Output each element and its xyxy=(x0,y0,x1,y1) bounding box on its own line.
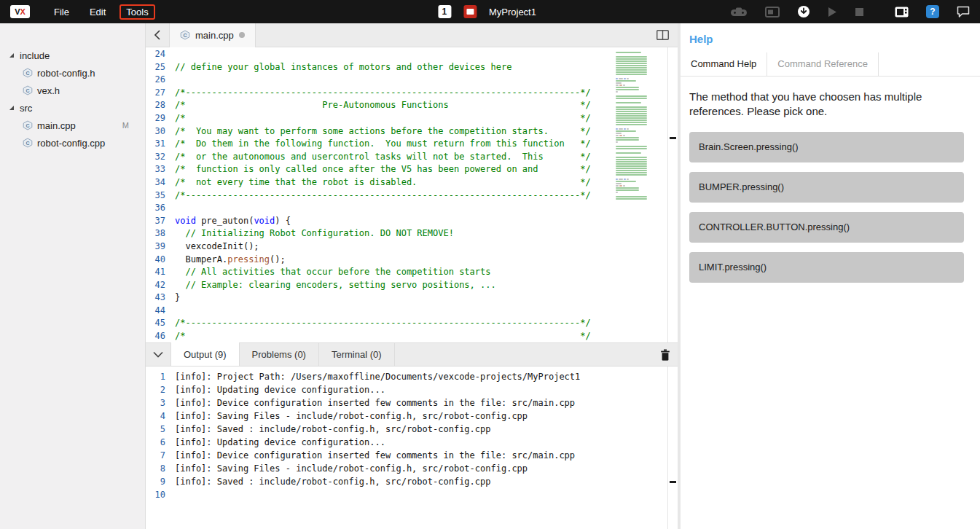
reference-option-limit-pressing-[interactable]: LIMIT.pressing() xyxy=(689,252,964,283)
console-line-number: 9 xyxy=(146,475,172,488)
console-tab-terminal[interactable]: Terminal (0) xyxy=(319,342,395,366)
line-text: /*--------------------------------------… xyxy=(172,87,591,100)
line-text: /* */ xyxy=(172,112,591,125)
console-tab-output[interactable]: Output (9) xyxy=(170,342,240,366)
console-line-text: [info]: Saved : include/robot-config.h, … xyxy=(172,423,490,436)
console-tab-problems[interactable]: Problems (0) xyxy=(240,342,319,366)
folder-src[interactable]: src xyxy=(0,99,145,117)
svg-text:C: C xyxy=(26,88,29,93)
line-text xyxy=(172,48,175,61)
console-line-text: [info]: Updating device configuration... xyxy=(172,436,385,449)
line-text: } xyxy=(172,291,180,305)
console-line-number: 1 xyxy=(146,370,172,383)
code-line[interactable]: 36 xyxy=(146,202,678,215)
line-number: 24 xyxy=(146,48,172,61)
code-editor[interactable]: 2425// define your global instances of m… xyxy=(146,47,678,342)
line-text: // All activities that occur before the … xyxy=(172,266,490,279)
console-line: 2[info]: Updating device configuration..… xyxy=(146,383,678,396)
code-line[interactable]: 44 xyxy=(146,305,678,318)
console-line-number: 3 xyxy=(146,396,172,410)
menu-file[interactable]: File xyxy=(47,4,76,20)
line-text: // define your global instances of motor… xyxy=(172,61,511,74)
back-button[interactable] xyxy=(146,29,169,41)
code-line[interactable]: 41 // All activities that occur before t… xyxy=(146,266,678,279)
code-line[interactable]: 28/* Pre-Autonomous Functions */ xyxy=(146,99,678,112)
reference-option-controller-button-pressing-[interactable]: CONTROLLER.BUTTON.pressing() xyxy=(689,212,964,243)
editor-area: C main.cpp 2425// define your global ins… xyxy=(146,23,678,529)
console-scrollbar-handle[interactable] xyxy=(670,481,676,483)
code-line[interactable]: 40 BumperA.pressing(); xyxy=(146,254,678,267)
tab-label: main.cpp xyxy=(195,30,234,41)
help-icon[interactable]: ? xyxy=(926,5,939,18)
code-line[interactable]: 34/* not every time that the robot is di… xyxy=(146,176,678,189)
console-line: 9[info]: Saved : include/robot-config.h,… xyxy=(146,475,678,488)
code-line[interactable]: 29/* */ xyxy=(146,112,678,125)
code-line[interactable]: 33/* function is only called once after … xyxy=(146,163,678,176)
code-line[interactable]: 31/* Do them in the following function. … xyxy=(146,138,678,151)
code-line[interactable]: 45/*------------------------------------… xyxy=(146,317,678,330)
editor-tab-main-cpp[interactable]: C main.cpp xyxy=(169,23,256,47)
help-tab-command-help[interactable]: Command Help xyxy=(681,52,767,76)
console-line: 5[info]: Saved : include/robot-config.h,… xyxy=(146,423,678,436)
line-number: 29 xyxy=(146,112,172,125)
clear-console-button[interactable] xyxy=(660,349,670,361)
collapse-console-button[interactable] xyxy=(146,351,170,358)
file-label: robot-config.cpp xyxy=(37,138,105,149)
code-line[interactable]: 32/* or the autonomous and usercontrol t… xyxy=(146,151,678,164)
console-line-text: [info]: Saved : include/robot-config.h, … xyxy=(172,475,490,488)
controller-icon[interactable] xyxy=(730,7,748,17)
folder-include[interactable]: include xyxy=(0,47,145,64)
cpp-file-icon: C xyxy=(23,138,33,148)
file-main.cpp[interactable]: Cmain.cppM xyxy=(0,117,145,134)
reference-option-bumper-pressing-[interactable]: BUMPER.pressing() xyxy=(689,172,964,203)
svg-text:C: C xyxy=(183,33,187,38)
console-line-text: [info]: Saving Files - include/robot-con… xyxy=(172,410,528,423)
reference-option-brain-screen-pressing-[interactable]: Brain.Screen.pressing() xyxy=(689,132,964,162)
vexcode-window: V X FileEditTools 1 MyProject1 xyxy=(0,0,980,529)
code-line[interactable]: 38 // Initializing Robot Configuration. … xyxy=(146,227,678,240)
code-line[interactable]: 46/* */ xyxy=(146,330,678,342)
console-output[interactable]: 1[info]: Project Path: /Users/maxoffline… xyxy=(146,367,678,529)
code-line[interactable]: 43} xyxy=(146,291,678,305)
line-number: 38 xyxy=(146,227,172,240)
line-text: BumperA.pressing(); xyxy=(172,254,286,267)
file-robot-config.cpp[interactable]: Crobot-config.cpp xyxy=(0,134,145,152)
file-vex.h[interactable]: Cvex.h xyxy=(0,82,145,99)
code-line[interactable]: 37void pre_auton(void) { xyxy=(146,215,678,228)
editor-scrollbar-handle[interactable] xyxy=(670,137,676,139)
file-robot-config.h[interactable]: Crobot-config.h xyxy=(0,64,145,82)
menu-tools[interactable]: Tools xyxy=(119,4,154,20)
console-line-text: [info]: Device configuration inserted fe… xyxy=(172,396,575,410)
help-panel: Help Command HelpCommand Reference The m… xyxy=(678,23,980,529)
code-line[interactable]: 42 // Example: clearing encoders, settin… xyxy=(146,279,678,292)
code-line[interactable]: 39 vexcodeInit(); xyxy=(146,240,678,254)
line-number: 41 xyxy=(146,266,172,279)
feedback-icon[interactable] xyxy=(957,6,970,17)
code-line[interactable]: 27/*------------------------------------… xyxy=(146,87,678,100)
line-number: 31 xyxy=(146,138,172,151)
brain-icon[interactable] xyxy=(765,7,780,17)
code-line[interactable]: 24 xyxy=(146,48,678,61)
play-icon[interactable] xyxy=(828,7,837,17)
help-title: Help xyxy=(689,33,971,45)
code-line[interactable]: 26 xyxy=(146,74,678,87)
brain-status-icon[interactable] xyxy=(463,5,477,18)
line-text: /* Do them in the following function. Yo… xyxy=(172,138,591,151)
minimap[interactable] xyxy=(614,50,667,200)
help-tab-command-reference[interactable]: Command Reference xyxy=(767,52,879,76)
stop-icon[interactable] xyxy=(855,7,864,17)
scrollbar-track[interactable] xyxy=(667,47,678,529)
brain-screen-icon[interactable] xyxy=(895,7,909,17)
code-line[interactable]: 35/*------------------------------------… xyxy=(146,189,678,203)
cpp-file-icon: C xyxy=(180,30,190,40)
cpp-file-icon: C xyxy=(23,68,33,78)
menu-edit[interactable]: Edit xyxy=(83,4,112,20)
code-line[interactable]: 25// define your global instances of mot… xyxy=(146,61,678,74)
console-line: 1[info]: Project Path: /Users/maxoffline… xyxy=(146,370,678,383)
split-editor-icon[interactable] xyxy=(656,30,669,40)
download-icon[interactable] xyxy=(797,5,810,18)
line-number: 36 xyxy=(146,202,172,215)
code-line[interactable]: 30/* You may want to perform some action… xyxy=(146,125,678,138)
slot-icon[interactable]: 1 xyxy=(438,5,451,18)
line-number: 26 xyxy=(146,74,172,87)
